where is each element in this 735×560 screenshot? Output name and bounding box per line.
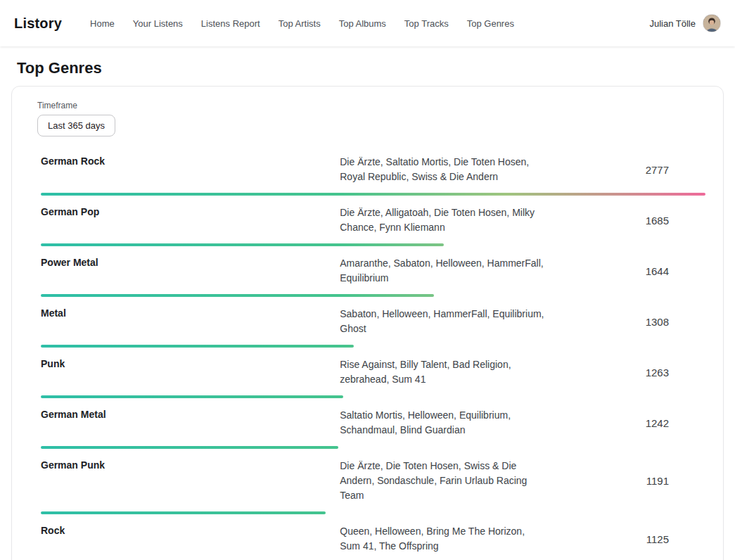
genre-progress-bar	[41, 511, 326, 514]
table-row[interactable]: German Punk Die Ärzte, Die Toten Hosen, …	[41, 459, 705, 514]
genre-count: 1242	[546, 417, 705, 429]
main-nav: Home Your Listens Listens Report Top Art…	[90, 18, 649, 29]
nav-item-listens-report[interactable]: Listens Report	[201, 18, 260, 29]
top-genres-card: Timeframe Last 365 days German Rock Die …	[11, 86, 724, 560]
table-row-content: Rock Queen, Helloween, Bring Me The Hori…	[41, 524, 705, 554]
genre-count: 1263	[546, 367, 705, 378]
table-row[interactable]: German Metal Saltatio Mortis, Helloween,…	[41, 408, 705, 449]
table-row[interactable]: Punk Rise Against, Billy Talent, Bad Rel…	[41, 357, 705, 398]
page-title: Top Genres	[17, 59, 735, 77]
table-row[interactable]: German Rock Die Ärzte, Saltatio Mortis, …	[41, 155, 705, 196]
table-row-content: Metal Sabaton, Helloween, HammerFall, Eq…	[41, 307, 705, 336]
timeframe-control: Timeframe Last 365 days	[26, 101, 705, 136]
genre-artists: Amaranthe, Sabaton, Helloween, HammerFal…	[340, 256, 546, 286]
genre-progress-bar	[41, 294, 434, 297]
genre-progress-track	[41, 345, 705, 348]
nav-item-top-genres[interactable]: Top Genres	[467, 18, 514, 29]
genre-artists: Queen, Helloween, Bring Me The Horizon, …	[340, 524, 546, 554]
timeframe-label: Timeframe	[37, 101, 705, 110]
top-navigation-bar: Listory Home Your Listens Listens Report…	[0, 0, 735, 46]
table-row-content: German Rock Die Ärzte, Saltatio Mortis, …	[41, 155, 705, 184]
genre-count: 1644	[546, 265, 705, 277]
table-row-content: German Pop Die Ärzte, Alligatoah, Die To…	[41, 205, 705, 235]
genre-artists: Die Ärzte, Die Toten Hosen, Swiss & Die …	[340, 459, 546, 503]
genre-artists: Rise Against, Billy Talent, Bad Religion…	[340, 357, 546, 387]
genre-table: German Rock Die Ärzte, Saltatio Mortis, …	[26, 155, 705, 560]
genre-name: German Pop	[41, 205, 340, 217]
genre-name: Power Metal	[41, 256, 340, 268]
table-row-content: German Metal Saltatio Mortis, Helloween,…	[41, 408, 705, 438]
genre-name: Rock	[41, 524, 340, 536]
user-menu[interactable]: Julian Tölle	[649, 14, 721, 32]
table-row-content: Power Metal Amaranthe, Sabaton, Hellowee…	[41, 256, 705, 286]
genre-progress-track	[41, 193, 705, 196]
table-row-content: Punk Rise Against, Billy Talent, Bad Rel…	[41, 357, 705, 387]
genre-artists: Sabaton, Helloween, HammerFall, Equilibr…	[340, 307, 546, 336]
genre-name: German Metal	[41, 408, 340, 420]
genre-artists: Die Ärzte, Saltatio Mortis, Die Toten Ho…	[340, 155, 546, 184]
genre-name: Punk	[41, 357, 340, 369]
genre-name: German Punk	[41, 459, 340, 471]
genre-count: 2777	[546, 164, 705, 176]
nav-item-top-tracks[interactable]: Top Tracks	[404, 18, 449, 29]
genre-name: German Rock	[41, 155, 340, 167]
genre-progress-bar	[41, 395, 343, 398]
genre-artists: Die Ärzte, Alligatoah, Die Toten Hosen, …	[340, 205, 546, 235]
genre-progress-bar	[41, 243, 444, 246]
genre-progress-track	[41, 294, 705, 297]
genre-progress-track	[41, 446, 705, 449]
nav-item-your-listens[interactable]: Your Listens	[133, 18, 183, 29]
brand-logo[interactable]: Listory	[14, 15, 62, 32]
nav-item-top-albums[interactable]: Top Albums	[339, 18, 386, 29]
genre-progress-bar	[41, 345, 354, 348]
nav-item-home[interactable]: Home	[90, 18, 115, 29]
genre-count: 1125	[546, 533, 705, 545]
genre-progress-track	[41, 395, 705, 398]
table-row[interactable]: Metal Sabaton, Helloween, HammerFall, Eq…	[41, 307, 705, 348]
genre-progress-bar	[41, 193, 705, 196]
genre-count: 1685	[546, 215, 705, 227]
genre-name: Metal	[41, 307, 340, 319]
genre-progress-track	[41, 511, 705, 514]
table-row[interactable]: Rock Queen, Helloween, Bring Me The Hori…	[41, 524, 705, 560]
genre-artists: Saltatio Mortis, Helloween, Equilibrium,…	[340, 408, 546, 438]
timeframe-select[interactable]: Last 365 days	[37, 115, 115, 136]
nav-item-top-artists[interactable]: Top Artists	[279, 18, 321, 29]
table-row[interactable]: Power Metal Amaranthe, Sabaton, Hellowee…	[41, 256, 705, 297]
table-row-content: German Punk Die Ärzte, Die Toten Hosen, …	[41, 459, 705, 503]
genre-progress-bar	[41, 446, 338, 449]
genre-count: 1308	[546, 316, 705, 328]
table-row[interactable]: German Pop Die Ärzte, Alligatoah, Die To…	[41, 205, 705, 246]
avatar-photo-icon	[703, 14, 720, 32]
user-avatar[interactable]	[703, 14, 721, 32]
user-name: Julian Tölle	[649, 18, 696, 29]
genre-count: 1191	[546, 475, 705, 487]
genre-progress-track	[41, 243, 705, 246]
